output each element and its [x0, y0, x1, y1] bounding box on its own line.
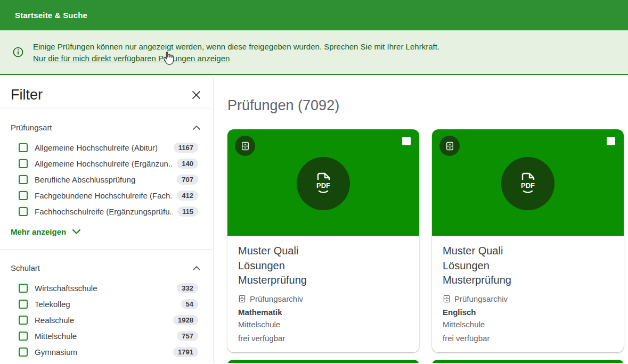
- count-badge: 1167: [174, 143, 198, 153]
- count-badge: 1928: [173, 315, 198, 325]
- chevron-up-icon[interactable]: [193, 266, 200, 270]
- filter-section-schulart-header[interactable]: Schulart: [0, 250, 213, 272]
- exam-card[interactable]: PDF Muster Quali Lösungen Musterprüfung: [227, 129, 419, 352]
- count-badge: 140: [177, 159, 198, 169]
- page-title: Startseite & Suche: [15, 11, 87, 20]
- info-icon: [13, 47, 23, 57]
- card-school: Mittelschule: [443, 318, 613, 330]
- filter-option-label: Allgemeine Hochschulreife (Abitur): [35, 143, 169, 152]
- show-more-link[interactable]: Mehr anzeigen: [11, 227, 80, 236]
- count-badge: 757: [177, 331, 198, 341]
- filter-option[interactable]: Allgemeine Hochschulreife (Abitur) 1167: [0, 139, 213, 155]
- archive-icon: [238, 295, 246, 303]
- card-header: PDF: [227, 129, 419, 236]
- filter-section-pruefungsart-header[interactable]: Prüfungsart: [0, 109, 213, 132]
- filter-option[interactable]: Fachgebundene Hochschulreife (Fach... 41…: [0, 187, 213, 203]
- checkbox[interactable]: [19, 316, 28, 325]
- pdf-thumbnail: PDF: [297, 157, 350, 210]
- card-type-row: Prüfungsarchiv: [238, 294, 409, 303]
- pdf-file-icon: PDF: [518, 172, 538, 195]
- card-select-checkbox[interactable]: [607, 137, 615, 145]
- exam-card[interactable]: PDF Muster Quali Lösungen Musterprüfung: [432, 129, 624, 352]
- pdf-file-icon: PDF: [313, 172, 333, 195]
- filter-option-label: Allgemeine Hochschulreife (Ergänzun...: [35, 159, 173, 168]
- filter-option[interactable]: Realschule 1928: [0, 312, 213, 328]
- filter-header: Filter: [0, 78, 213, 109]
- show-available-exams-link[interactable]: Nur die für mich direkt verfügbaren Prüf…: [33, 53, 230, 63]
- svg-text:PDF: PDF: [521, 181, 535, 189]
- filter-option-label: Telekolleg: [35, 300, 177, 309]
- card-subject: Mathematik: [238, 308, 409, 317]
- filter-option-label: Fachhochschulreife (Ergänzungsprüfu...: [35, 207, 173, 216]
- exam-card-partial[interactable]: [432, 360, 624, 363]
- checkbox[interactable]: [19, 159, 28, 168]
- count-badge: 707: [177, 175, 198, 185]
- filter-option-label: Gymnasium: [35, 348, 169, 357]
- show-more-label: Mehr anzeigen: [11, 227, 66, 236]
- filter-option[interactable]: Fachhochschulreife (Ergänzungsprüfu... 1…: [0, 203, 213, 219]
- count-badge: 332: [177, 283, 198, 293]
- archive-icon: [241, 142, 250, 151]
- card-availability: frei verfügbar: [443, 332, 613, 344]
- card-body: Muster Quali Lösungen Musterprüfung Prüf…: [227, 236, 419, 352]
- card-title: Muster Quali Lösungen Musterprüfung: [238, 244, 409, 288]
- filter-option[interactable]: Mittelschule 757: [0, 328, 213, 344]
- svg-text:PDF: PDF: [316, 181, 330, 189]
- filter-option[interactable]: Allgemeine Hochschulreife (Ergänzun... 1…: [0, 155, 213, 171]
- card-body: Muster Quali Lösungen Musterprüfung Prüf…: [432, 236, 624, 352]
- count-badge: 412: [177, 191, 198, 201]
- filter-option-label: Realschule: [35, 316, 169, 325]
- checkbox[interactable]: [19, 300, 28, 309]
- filter-option-label: Berufliche Abschlussprüfung: [35, 175, 173, 184]
- card-header: PDF: [432, 129, 624, 236]
- filter-option[interactable]: Telekolleg 54: [0, 296, 213, 312]
- chevron-up-icon[interactable]: [193, 126, 200, 130]
- results-heading: Prüfungen (7092): [227, 96, 628, 114]
- card-select-checkbox[interactable]: [402, 137, 411, 145]
- card-type-row: Prüfungsarchiv: [443, 294, 613, 303]
- checkbox[interactable]: [19, 207, 28, 216]
- filter-option[interactable]: Berufliche Abschlussprüfung 707: [0, 171, 213, 187]
- checkbox[interactable]: [19, 191, 28, 200]
- checkbox[interactable]: [19, 348, 28, 357]
- filter-items: Allgemeine Hochschulreife (Abitur) 1167 …: [0, 139, 213, 219]
- section-title: Schulart: [11, 263, 40, 272]
- section-title: Prüfungsart: [11, 123, 52, 132]
- card-type-label: Prüfungsarchiv: [454, 294, 508, 303]
- exam-card-partial[interactable]: [227, 360, 419, 363]
- archive-badge: [235, 136, 255, 156]
- pdf-thumbnail: PDF: [501, 157, 554, 210]
- info-banner: Einige Prüfungen können nur angezeigt we…: [0, 30, 628, 75]
- next-card-row: [227, 360, 628, 363]
- content-area: Filter Prüfungsart Allgemeine Hochschulr…: [0, 75, 628, 363]
- filter-option[interactable]: Wirtschaftsschule 332: [0, 280, 213, 296]
- filter-option-label: Wirtschaftsschule: [35, 284, 173, 293]
- count-badge: 54: [181, 299, 198, 309]
- banner-message: Einige Prüfungen können nur angezeigt we…: [33, 42, 439, 52]
- archive-icon: [445, 142, 454, 151]
- results-area: Prüfungen (7092): [214, 75, 628, 363]
- banner-texts: Einige Prüfungen können nur angezeigt we…: [33, 42, 439, 63]
- archive-badge: [439, 136, 460, 156]
- filter-option[interactable]: Gymnasium 1791: [0, 344, 213, 360]
- checkbox[interactable]: [19, 284, 28, 293]
- filter-items: Wirtschaftsschule 332 Telekolleg 54 Real…: [0, 280, 213, 360]
- archive-icon: [443, 295, 451, 303]
- card-type-label: Prüfungsarchiv: [250, 294, 303, 303]
- results-grid: PDF Muster Quali Lösungen Musterprüfung: [227, 129, 628, 352]
- card-subject: Englisch: [443, 308, 613, 317]
- filter-option-label: Fachgebundene Hochschulreife (Fach...: [35, 191, 173, 200]
- checkbox[interactable]: [19, 175, 28, 184]
- card-availability: frei verfügbar: [238, 332, 409, 344]
- chevron-down-icon: [72, 229, 80, 234]
- close-icon[interactable]: [191, 90, 201, 100]
- checkbox[interactable]: [19, 143, 28, 152]
- filter-option-label: Mittelschule: [35, 332, 173, 341]
- count-badge: 1791: [173, 347, 198, 357]
- count-badge: 115: [177, 206, 198, 217]
- checkbox[interactable]: [19, 332, 28, 341]
- filter-title: Filter: [11, 87, 43, 103]
- top-navigation-bar: Startseite & Suche: [0, 0, 628, 30]
- filter-panel: Filter Prüfungsart Allgemeine Hochschulr…: [0, 78, 214, 363]
- card-title: Muster Quali Lösungen Musterprüfung: [443, 244, 613, 288]
